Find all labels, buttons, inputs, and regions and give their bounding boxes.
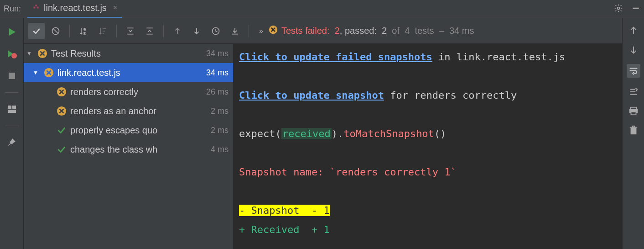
failed-count: 2: [335, 26, 340, 36]
total-of: of: [392, 26, 400, 36]
tab-title: link.react.test.js: [44, 3, 107, 13]
test-time: 2 ms: [211, 126, 229, 135]
show-ignored-button[interactable]: [47, 23, 64, 39]
tests-word: tests: [415, 26, 434, 36]
fail-icon: [57, 87, 67, 97]
expand-all-button[interactable]: [122, 23, 139, 39]
import-button[interactable]: [227, 23, 243, 39]
tree-file-time: 34 ms: [206, 68, 229, 78]
minimize-icon[interactable]: [631, 4, 640, 15]
tree-root-label: Test Results: [51, 48, 203, 59]
test-label: renders correctly: [70, 87, 203, 97]
titlebar: Run: link.react.test.js ×: [0, 0, 644, 18]
diff-minus-line: - Snapshot - 1: [239, 205, 330, 216]
in-file-text: in link.react.test.js: [432, 51, 565, 63]
tree-file-row[interactable]: ▼ link.react.test.js 34 ms: [24, 63, 233, 82]
test-tree: ▼ Test Results 34 ms ▼ link.react.test.j…: [24, 44, 234, 249]
total-duration: 34 ms: [449, 26, 474, 36]
sort-duration-button[interactable]: [94, 23, 111, 39]
gear-icon[interactable]: [614, 4, 623, 15]
close-icon[interactable]: ×: [113, 4, 117, 12]
next-failed-button[interactable]: [188, 23, 205, 39]
run-config-tab[interactable]: link.react.test.js ×: [27, 0, 122, 18]
run-label: Run:: [4, 4, 21, 14]
test-time: 4 ms: [211, 145, 229, 154]
fail-icon: [57, 106, 67, 116]
rerun-failed-icon[interactable]: [6, 48, 17, 59]
svg-rect-9: [8, 106, 11, 109]
pass-icon: [57, 144, 67, 154]
run-icon[interactable]: [6, 26, 17, 37]
right-rail: [622, 18, 644, 249]
stop-icon[interactable]: [6, 70, 17, 81]
show-passed-button[interactable]: [28, 23, 45, 39]
svg-point-1: [37, 6, 39, 9]
passed-count: 2: [382, 26, 387, 36]
svg-rect-39: [631, 128, 636, 134]
svg-point-2: [35, 4, 37, 6]
tree-test-row[interactable]: properly escapes quo 2 ms: [24, 121, 233, 140]
overflow-chevron[interactable]: »: [259, 27, 263, 35]
print-icon[interactable]: [628, 106, 639, 116]
svg-rect-10: [12, 106, 16, 109]
chevron-down-icon[interactable]: ▼: [26, 50, 34, 57]
svg-text:z: z: [84, 31, 86, 34]
test-status-summary: Tests failed: 2, passed: 2 of 4 tests – …: [269, 25, 474, 37]
test-label: changes the class wh: [70, 144, 207, 155]
tree-test-row[interactable]: changes the class wh 4 ms: [24, 140, 233, 159]
svg-rect-41: [632, 126, 635, 127]
test-label: properly escapes quo: [70, 125, 207, 136]
svg-point-0: [33, 6, 36, 9]
svg-line-13: [53, 29, 58, 33]
total-count: 4: [405, 26, 410, 36]
scroll-to-end-icon[interactable]: [628, 87, 639, 97]
for-test-text: for renders correctly: [384, 90, 517, 101]
tree-test-row[interactable]: renders as an anchor 2 ms: [24, 101, 233, 121]
svg-rect-8: [9, 73, 15, 79]
pin-icon[interactable]: [6, 137, 17, 148]
tree-file-label: link.react.test.js: [57, 68, 203, 78]
snapshot-name: `renders correctly 1`: [330, 166, 457, 178]
test-time: 26 ms: [206, 87, 229, 97]
tree-root[interactable]: ▼ Test Results 34 ms: [24, 44, 233, 63]
prev-failed-button[interactable]: [169, 23, 186, 39]
svg-text:a: a: [84, 27, 86, 31]
fail-icon: [44, 68, 54, 78]
collapse-all-button[interactable]: [141, 23, 158, 39]
update-all-snapshots-link[interactable]: Click to update failed snapshots: [239, 51, 432, 63]
tree-root-time: 34 ms: [206, 49, 229, 58]
svg-rect-11: [8, 110, 16, 113]
trash-icon[interactable]: [628, 125, 639, 135]
test-toolbar: az » Tests failed: 2, passed: 2 of 4: [24, 18, 622, 44]
pass-icon: [57, 125, 67, 135]
left-rail: [0, 18, 24, 249]
diff-plus-line: + Received + 1: [239, 224, 330, 235]
scroll-up-icon[interactable]: [628, 26, 639, 36]
fail-icon: [37, 48, 47, 58]
layout-icon[interactable]: [6, 104, 17, 115]
svg-rect-38: [631, 112, 636, 115]
scroll-down-icon[interactable]: [628, 45, 639, 55]
fail-status-icon: [269, 25, 278, 37]
test-time: 2 ms: [211, 106, 229, 116]
svg-point-7: [11, 53, 17, 58]
history-button[interactable]: [208, 23, 224, 39]
svg-marker-5: [9, 28, 16, 36]
received-token: received: [281, 128, 332, 139]
tree-test-row[interactable]: renders correctly 26 ms: [24, 82, 233, 101]
sort-button[interactable]: az: [75, 23, 92, 39]
failed-label: Tests failed:: [281, 26, 330, 36]
update-snapshot-link[interactable]: Click to update snapshot: [239, 90, 384, 101]
test-label: renders as an anchor: [70, 106, 207, 117]
jest-icon: [32, 3, 40, 13]
passed-label: , passed:: [340, 26, 377, 36]
chevron-down-icon[interactable]: ▼: [33, 69, 40, 76]
test-output-console[interactable]: Click to update failed snapshots in link…: [234, 44, 622, 249]
svg-point-3: [618, 7, 620, 9]
method-name: toMatchSnapshot: [343, 128, 434, 139]
soft-wrap-icon[interactable]: [627, 64, 640, 78]
